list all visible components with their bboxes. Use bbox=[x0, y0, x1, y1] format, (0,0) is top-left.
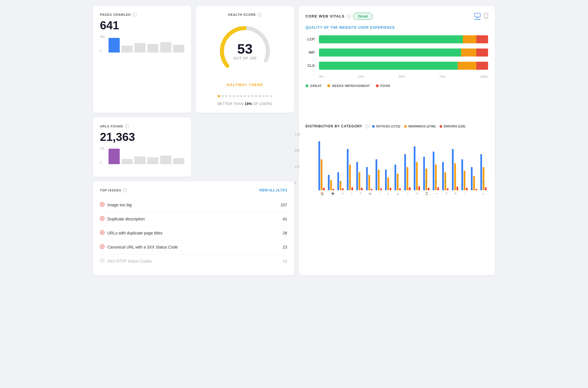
mobile-icon[interactable] bbox=[484, 13, 488, 20]
dist-category-icon: ↺ bbox=[445, 192, 447, 195]
top-issues-card: TOP ISSUES i VIEW ALL (4,737) Image too … bbox=[93, 181, 294, 275]
dist-bar bbox=[371, 189, 372, 190]
dist-bar bbox=[356, 162, 358, 190]
issue-left: Duplicate description bbox=[100, 216, 145, 222]
dist-bar bbox=[349, 164, 351, 190]
issue-row[interactable]: Image too big107 bbox=[100, 198, 287, 212]
cwv-metric-label: LCP: bbox=[305, 37, 316, 41]
dist-y-label: 838 bbox=[295, 149, 301, 152]
bar bbox=[134, 43, 146, 53]
cwv-poor-segment bbox=[476, 49, 488, 57]
urls-found-chart: 24k 0 bbox=[100, 147, 184, 170]
legend-dot bbox=[327, 84, 330, 87]
cwv-legend-item: POOR bbox=[376, 84, 390, 88]
progress-dot bbox=[251, 95, 254, 97]
cwv-x-axis: 0% 25% 50% 75% 100% bbox=[319, 75, 488, 78]
cwv-bar-track bbox=[319, 49, 488, 57]
dist-bar bbox=[461, 159, 463, 190]
better-than-text: BETTER THAN 19% OF USERS bbox=[218, 102, 272, 106]
dist-legend-label: NOTICES (1715) bbox=[376, 125, 400, 128]
legend-label: GREAT bbox=[310, 84, 322, 88]
dist-column bbox=[355, 133, 364, 190]
dist-info-icon[interactable]: i bbox=[365, 124, 369, 128]
issue-row[interactable]: 4XX HTTP Status Codes18 bbox=[100, 254, 287, 268]
dist-column: ✓ bbox=[346, 133, 355, 190]
bar bbox=[173, 45, 184, 53]
dist-bar bbox=[368, 175, 370, 190]
progress-dot bbox=[255, 95, 257, 97]
health-score-info-icon[interactable]: i bbox=[258, 13, 262, 17]
issue-left: URLs with duplicate page titles bbox=[100, 230, 162, 236]
checkmark-icon: ✓ bbox=[425, 180, 428, 184]
gauge-score: 53 bbox=[233, 42, 257, 56]
dist-bar bbox=[428, 188, 430, 190]
issue-count: 28 bbox=[283, 231, 287, 235]
dist-bar bbox=[347, 149, 349, 190]
dist-column bbox=[393, 133, 402, 190]
cwv-poor-segment bbox=[476, 35, 488, 43]
dist-category-icon: T bbox=[360, 192, 361, 195]
dist-bar bbox=[399, 188, 401, 190]
bar bbox=[147, 44, 158, 53]
dist-bar bbox=[323, 188, 325, 190]
dist-y-label: 0 bbox=[295, 181, 301, 185]
pages-crawled-y-labels: 800 0 bbox=[100, 35, 105, 53]
dist-legend-dot bbox=[404, 125, 407, 128]
dist-column: ✓ bbox=[479, 133, 488, 190]
dist-header: DISTRIBUTION BY CATEGORY i NOTICES (1715… bbox=[305, 124, 488, 128]
dist-category-icon: ↩ bbox=[436, 192, 438, 195]
issue-text: Canonical URL with a 3XX Status Code bbox=[107, 245, 178, 249]
cwv-bar-track bbox=[319, 62, 488, 70]
issue-error-icon bbox=[100, 202, 105, 208]
issue-row[interactable]: Duplicate description41 bbox=[100, 212, 287, 226]
dist-bar bbox=[351, 187, 353, 190]
dist-bar bbox=[466, 188, 468, 190]
cwv-bar-track bbox=[319, 35, 488, 43]
legend-dot bbox=[376, 84, 379, 87]
issue-row[interactable]: URLs with duplicate page titles28 bbox=[100, 226, 287, 240]
dist-chart-area: ✓✓✓✓✓✓ bbox=[317, 133, 488, 190]
dist-bar bbox=[366, 167, 368, 190]
progress-dot bbox=[247, 95, 250, 97]
issue-count: 107 bbox=[281, 203, 287, 207]
view-all-link[interactable]: VIEW ALL (4,737) bbox=[259, 188, 287, 192]
progress-dot bbox=[266, 95, 268, 97]
pages-crawled-info-icon[interactable]: i bbox=[133, 13, 137, 17]
dist-legend-item: NOTICES (1715) bbox=[372, 125, 400, 128]
desktop-icon[interactable] bbox=[474, 13, 481, 20]
dist-column bbox=[403, 133, 412, 190]
dist-category-icon: □ bbox=[378, 192, 380, 195]
progress-dot bbox=[244, 95, 246, 97]
dist-title: DISTRIBUTION BY CATEGORY bbox=[305, 124, 362, 128]
urls-found-value: 21,363 bbox=[100, 131, 184, 143]
legend-label: POOR bbox=[380, 84, 390, 88]
dist-legend-label: WARNINGS (2796) bbox=[408, 125, 436, 128]
checkmark-icon: ✓ bbox=[339, 180, 342, 184]
pages-crawled-label: PAGES CRAWLED i bbox=[100, 13, 184, 17]
svg-point-6 bbox=[486, 17, 486, 18]
gauge-center: 53 OUT OF 100 bbox=[233, 42, 257, 60]
cwv-metric-label: CLS: bbox=[305, 64, 316, 68]
progress-dot bbox=[233, 95, 235, 97]
checkmark-icon: ✓ bbox=[434, 180, 437, 184]
cwv-title: CORE WEB VITALS bbox=[305, 14, 345, 18]
dist-bar bbox=[475, 189, 477, 190]
dist-column bbox=[450, 133, 459, 190]
bar bbox=[147, 157, 158, 164]
cwv-metric-label: INP: bbox=[305, 51, 316, 55]
pages-crawled-value: 641 bbox=[100, 19, 184, 32]
top-issues-info-icon[interactable]: i bbox=[123, 188, 127, 192]
issue-row[interactable]: Canonical URL with a 3XX Status Code23 bbox=[100, 240, 287, 254]
progress-dot bbox=[236, 95, 239, 97]
urls-found-info-icon[interactable]: i bbox=[125, 124, 129, 128]
urls-found-card: URLS FOUND i 21,363 24k 0 bbox=[93, 117, 191, 177]
cwv-row: CLS: bbox=[305, 62, 488, 70]
cwv-info-icon[interactable]: i bbox=[347, 14, 351, 18]
dist-category-icon: ✕ bbox=[342, 192, 344, 195]
issue-error-icon bbox=[100, 244, 105, 250]
svg-rect-2 bbox=[475, 13, 480, 17]
bar bbox=[173, 158, 184, 164]
dist-column: ✓ bbox=[441, 133, 450, 190]
issue-left: Image too big bbox=[100, 202, 132, 208]
progress-dot bbox=[240, 95, 242, 97]
